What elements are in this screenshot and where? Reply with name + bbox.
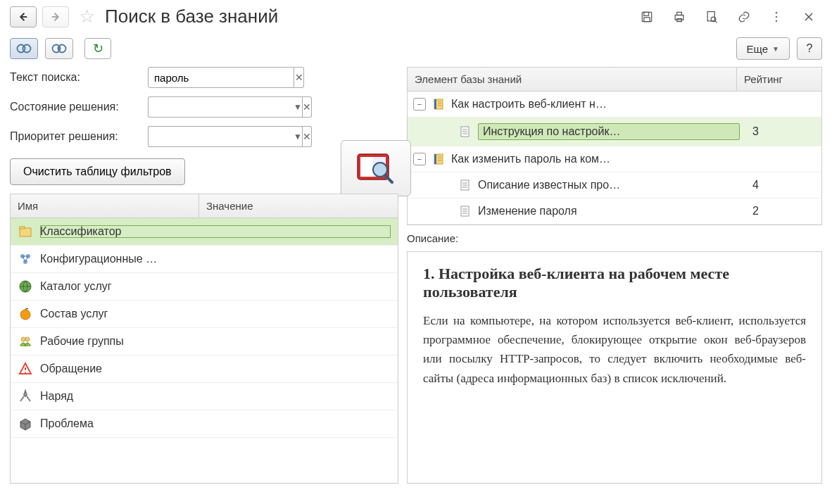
- svg-rect-4: [677, 12, 682, 15]
- tree-toggle-icon[interactable]: −: [413, 153, 426, 165]
- kb-row[interactable]: Изменение пароля2: [408, 199, 821, 225]
- clear-filters-button[interactable]: Очистить таблицу фильтров: [10, 158, 185, 185]
- view-mode-2-button[interactable]: [45, 38, 73, 59]
- svg-point-10: [776, 20, 778, 22]
- kb-row[interactable]: −Как изменить пароль на ком…: [408, 146, 821, 172]
- doc-icon: [458, 204, 472, 218]
- kb-row[interactable]: Инструкция по настройк…3: [408, 118, 821, 146]
- svg-point-25: [20, 310, 30, 320]
- nav-back-button[interactable]: [10, 6, 37, 27]
- kb-row-rating: 2: [745, 205, 816, 218]
- folder-icon: [18, 224, 33, 239]
- filter-row-name: Наряд: [40, 390, 391, 403]
- more-button[interactable]: Еще ▼: [736, 37, 790, 60]
- kb-row-text: Описание известных про…: [478, 179, 740, 191]
- clear-text-button[interactable]: ✕: [294, 67, 304, 88]
- filter-table-head-value[interactable]: Значение: [199, 194, 398, 218]
- filter-row-name: Состав услуг: [40, 308, 391, 320]
- close-icon[interactable]: [801, 9, 817, 25]
- kb-tree: Элемент базы знаний Рейтинг −Как настрои…: [407, 67, 822, 225]
- wrench-icon: [18, 389, 33, 404]
- svg-rect-16: [360, 157, 373, 177]
- kb-row-rating: 3: [745, 125, 816, 138]
- doc-icon: [458, 125, 472, 139]
- filter-row-name: Проблема: [40, 417, 391, 430]
- kb-row-text: Инструкция по настройк…: [478, 123, 740, 140]
- description-heading: 1. Настройка веб-клиента на рабочем мест…: [423, 265, 806, 301]
- state-label: Состояние решения:: [10, 101, 148, 113]
- filter-row-name: Классификатор: [40, 225, 391, 238]
- clear-priority-button[interactable]: ✕: [303, 126, 312, 147]
- view-mode-1-button[interactable]: [10, 38, 38, 59]
- filter-table: Имя Значение КлассификаторКонфигурационн…: [10, 194, 398, 484]
- filter-row-name: Рабочие группы: [40, 335, 391, 348]
- svg-point-28: [25, 372, 26, 373]
- kb-head-rating[interactable]: Рейтинг: [737, 68, 821, 91]
- state-dropdown-button[interactable]: ▼: [294, 96, 303, 118]
- filter-row-name: Каталог услуг: [40, 280, 391, 293]
- print-icon[interactable]: [672, 9, 687, 25]
- svg-rect-19: [20, 228, 31, 237]
- priority-dropdown-button[interactable]: ▼: [294, 126, 303, 147]
- svg-point-9: [776, 15, 778, 18]
- box-icon: [18, 416, 33, 431]
- kb-row-rating: 4: [745, 179, 816, 191]
- refresh-button[interactable]: ↻: [84, 38, 111, 59]
- filter-table-row[interactable]: Состав услуг: [11, 301, 398, 328]
- filter-table-head-name[interactable]: Имя: [11, 194, 199, 218]
- more-label: Еще: [747, 43, 769, 55]
- svg-rect-2: [644, 17, 650, 21]
- filter-table-row[interactable]: Рабочие группы: [11, 328, 398, 355]
- kebab-icon[interactable]: [769, 9, 784, 25]
- svg-point-12: [23, 45, 31, 53]
- preview-icon[interactable]: [704, 9, 719, 25]
- link-icon[interactable]: [736, 9, 752, 25]
- globe-icon: [18, 279, 33, 294]
- kb-row-text: Как настроить веб-клиент н…: [451, 98, 740, 111]
- filter-row-name: Конфигурационные …: [40, 253, 391, 265]
- search-text-label: Текст поиска:: [10, 71, 148, 84]
- clear-state-button[interactable]: ✕: [303, 96, 312, 118]
- filter-table-row[interactable]: Каталог услуг: [11, 273, 398, 301]
- description-pane: 1. Настройка веб-клиента на рабочем мест…: [407, 251, 822, 484]
- svg-point-8: [776, 11, 778, 13]
- filter-table-row[interactable]: Классификатор: [11, 218, 398, 246]
- save-icon[interactable]: [639, 9, 655, 25]
- svg-rect-33: [434, 154, 436, 164]
- svg-rect-30: [434, 99, 436, 109]
- kb-row-text: Изменение пароля: [478, 205, 740, 218]
- chevron-down-icon: ▼: [772, 45, 779, 53]
- search-button[interactable]: [341, 140, 411, 196]
- filter-table-row[interactable]: Конфигурационные …: [11, 246, 398, 273]
- state-input[interactable]: [148, 96, 294, 118]
- svg-rect-1: [644, 12, 649, 15]
- config-icon: [18, 251, 33, 267]
- svg-point-26: [21, 337, 25, 341]
- tree-toggle-icon[interactable]: −: [413, 98, 426, 111]
- priority-label: Приоритет решения:: [10, 130, 148, 143]
- kb-row-text: Как изменить пароль на ком…: [451, 153, 740, 165]
- kb-row[interactable]: −Как настроить веб-клиент н…: [408, 92, 821, 118]
- description-label: Описание:: [407, 231, 822, 246]
- notebook-icon: [431, 97, 446, 111]
- doc-icon: [458, 178, 472, 192]
- notebook-icon: [431, 152, 446, 166]
- favorite-star-icon[interactable]: ☆: [79, 6, 95, 27]
- group-icon: [18, 334, 33, 349]
- help-button[interactable]: ?: [797, 37, 822, 60]
- kb-row[interactable]: Описание известных про…4: [408, 172, 821, 199]
- kb-head-element[interactable]: Элемент базы знаний: [408, 68, 737, 91]
- svg-rect-3: [675, 15, 683, 20]
- priority-input[interactable]: [148, 126, 294, 147]
- svg-rect-20: [20, 227, 25, 229]
- svg-point-27: [25, 337, 30, 341]
- filter-table-row[interactable]: Наряд: [11, 383, 398, 410]
- search-text-input[interactable]: [148, 67, 294, 88]
- nav-forward-button[interactable]: [42, 6, 69, 27]
- filter-table-row[interactable]: Проблема: [11, 410, 398, 438]
- filter-table-row[interactable]: Обращение: [11, 355, 398, 383]
- orange-icon: [18, 306, 33, 322]
- description-body: Если на компьютере, на котором используе…: [423, 311, 806, 388]
- page-title: Поиск в базе знаний: [105, 6, 628, 27]
- filter-row-name: Обращение: [40, 363, 391, 375]
